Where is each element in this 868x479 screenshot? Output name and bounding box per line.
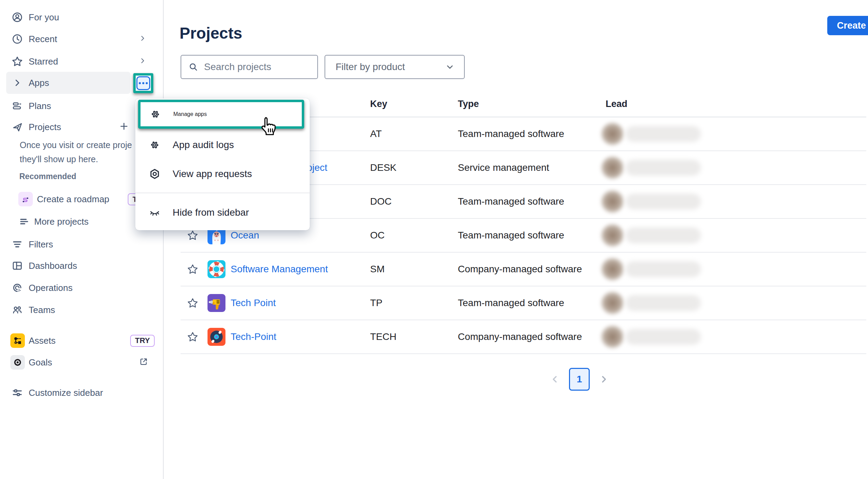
sidebar-label: Projects <box>29 122 61 133</box>
table-row: Software Management SM Company-managed s… <box>181 253 866 286</box>
column-header-lead: Lead <box>606 99 627 109</box>
lead-name-blurred <box>626 261 701 277</box>
search-input[interactable] <box>203 61 305 73</box>
sidebar-label: For you <box>29 12 59 23</box>
gear-icon <box>150 108 161 120</box>
project-key: AT <box>370 128 382 139</box>
plans-icon <box>11 100 23 112</box>
sidebar-item-apps[interactable]: Apps <box>6 72 131 94</box>
sidebar-item-recent[interactable]: Recent <box>0 28 162 50</box>
chevron-right-icon <box>138 56 147 67</box>
assets-icon <box>10 333 25 348</box>
create-button[interactable]: Create <box>827 16 868 35</box>
sidebar-item-dashboards[interactable]: Dashboards <box>0 255 162 277</box>
lead-avatar-blurred <box>600 189 625 214</box>
sidebar-item-assets[interactable]: Assets TRY <box>0 330 162 352</box>
star-toggle[interactable] <box>184 294 201 312</box>
filter-icon <box>11 238 23 250</box>
project-avatar-tech-point-2 <box>208 328 225 346</box>
user-circle-icon <box>11 11 23 23</box>
sidebar-item-filters[interactable]: Filters <box>0 233 162 255</box>
project-lead <box>600 257 701 282</box>
sidebar-label: Starred <box>29 56 58 67</box>
sidebar-label: Filters <box>29 239 53 250</box>
star-toggle[interactable] <box>184 261 201 278</box>
previous-page-button[interactable] <box>549 373 561 385</box>
project-avatar-software-management <box>208 260 225 278</box>
sidebar-label: Goals <box>29 357 52 368</box>
next-page-button[interactable] <box>598 373 610 385</box>
sidebar-label: Dashboards <box>29 261 77 271</box>
lead-name-blurred <box>626 160 701 176</box>
sidebar-label: Assets <box>29 335 56 346</box>
lead-avatar-blurred <box>600 121 625 146</box>
add-project-icon[interactable] <box>119 121 129 133</box>
search-box[interactable] <box>181 55 318 79</box>
star-toggle[interactable] <box>184 328 201 345</box>
sidebar-label: Teams <box>29 305 55 315</box>
dashboards-icon <box>11 260 23 272</box>
lead-name-blurred <box>626 194 701 209</box>
projects-empty-hint-line1: Once you visit or create proje <box>20 140 132 150</box>
filter-by-product-dropdown[interactable]: Filter by product <box>325 55 465 79</box>
menu-divider <box>135 193 310 193</box>
project-lead <box>600 121 701 146</box>
project-type: Team-managed software <box>458 128 564 139</box>
sliders-icon <box>11 387 23 399</box>
menu-item-label: App audit logs <box>173 139 234 150</box>
sidebar-label: Create a roadmap <box>37 194 109 205</box>
clock-icon <box>11 33 23 45</box>
sidebar-item-for-you[interactable]: For you <box>0 6 162 28</box>
project-link[interactable]: Tech Point <box>231 297 276 309</box>
sidebar-label: Recent <box>29 34 57 45</box>
column-header-type: Type <box>458 99 479 109</box>
project-key: DESK <box>370 162 396 173</box>
recommended-heading: Recommended <box>19 172 76 181</box>
menu-item-view-app-requests[interactable]: View app requests <box>135 162 310 186</box>
project-link[interactable]: oject <box>307 162 327 173</box>
menu-item-app-audit-logs[interactable]: App audit logs <box>135 133 310 157</box>
column-header-key: Key <box>370 99 387 109</box>
project-key: SM <box>370 264 385 275</box>
sidebar-label: More projects <box>34 216 89 227</box>
sidebar-item-customize[interactable]: Customize sidebar <box>0 382 162 404</box>
sidebar-label: Customize sidebar <box>29 388 103 398</box>
apps-more-button[interactable] <box>136 76 150 90</box>
sidebar-item-operations[interactable]: Operations <box>0 277 162 299</box>
sidebar-item-goals[interactable]: Goals <box>0 351 162 373</box>
menu-item-manage-apps[interactable]: Manage apps <box>138 100 304 129</box>
external-link-icon <box>139 357 148 368</box>
project-type: Team-managed software <box>458 230 564 241</box>
menu-item-label: View app requests <box>173 168 252 179</box>
goals-icon <box>10 355 25 370</box>
project-link[interactable]: Software Management <box>231 264 328 275</box>
project-lead <box>600 291 701 315</box>
rocket-icon <box>11 121 23 133</box>
operations-icon <box>11 282 23 294</box>
project-link[interactable]: Ocean <box>231 230 259 241</box>
project-type: Team-managed software <box>458 297 564 309</box>
lead-name-blurred <box>626 126 701 142</box>
project-key: TP <box>370 297 383 309</box>
project-lead <box>600 155 701 180</box>
menu-item-label: Manage apps <box>173 111 207 117</box>
chevron-right-icon <box>11 77 23 89</box>
menu-item-hide-from-sidebar[interactable]: Hide from sidebar <box>135 201 310 225</box>
lead-avatar-blurred <box>600 155 625 180</box>
lead-name-blurred <box>626 295 701 311</box>
roadmap-icon <box>18 192 33 206</box>
star-icon <box>11 56 23 67</box>
sidebar-item-teams[interactable]: Teams <box>0 299 162 321</box>
project-key: OC <box>370 230 385 241</box>
ellipsis-icon <box>139 82 141 84</box>
page-number-button[interactable]: 1 <box>569 368 590 391</box>
sidebar: For you Recent Starred Apps <box>0 0 164 479</box>
apps-context-menu: Manage apps App audit logs View app requ… <box>135 98 310 230</box>
project-link[interactable]: Tech-Point <box>231 331 276 342</box>
project-key: DOC <box>370 196 392 207</box>
sidebar-label: Operations <box>29 283 73 293</box>
sidebar-item-starred[interactable]: Starred <box>0 50 162 72</box>
lead-name-blurred <box>626 329 701 345</box>
lead-avatar-blurred <box>600 324 625 349</box>
projects-empty-hint-line2: they'll show up here. <box>20 154 98 164</box>
